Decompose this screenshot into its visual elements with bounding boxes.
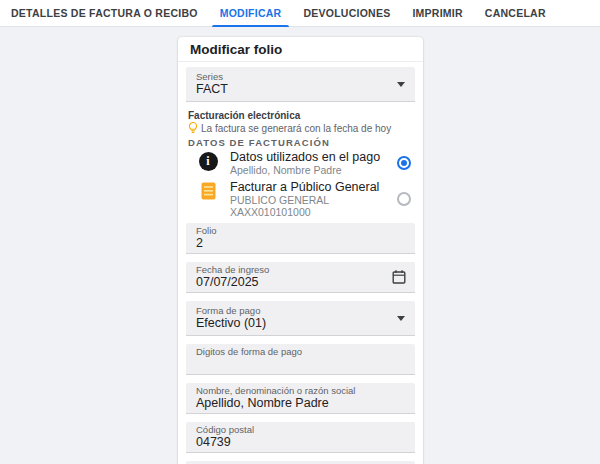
card-body: Series FACT Facturación electrónica La f… bbox=[178, 62, 423, 464]
tab-modificar[interactable]: MODIFICAR bbox=[209, 0, 293, 26]
section-datos-facturacion: DATOS DE FACTURACIÓN bbox=[188, 138, 413, 148]
tab-devoluciones[interactable]: DEVOLUCIONES bbox=[292, 0, 401, 26]
tab-bar: DETALLES DE FACTURA O RECIBO MODIFICAR D… bbox=[0, 0, 600, 27]
option-title: Datos utilizados en el pago bbox=[230, 150, 385, 164]
electronic-invoice-note: Facturación electrónica La factura se ge… bbox=[188, 110, 413, 134]
series-value: FACT bbox=[196, 82, 405, 96]
forma-pago-label: Forma de pago bbox=[196, 305, 405, 316]
modify-folio-card: Modificar folio Series FACT Facturación … bbox=[178, 37, 423, 464]
billing-option-datos-pago[interactable]: i Datos utilizados en el pago Apellido, … bbox=[186, 148, 415, 178]
digitos-value bbox=[196, 357, 405, 371]
lightbulb-icon bbox=[188, 122, 198, 134]
razon-social-value: Apellido, Nombre Padre bbox=[196, 396, 405, 410]
option-title: Facturar a Público General bbox=[230, 180, 385, 194]
digitos-label: Digitos de forma de pago bbox=[196, 346, 405, 357]
tab-imprimir[interactable]: IMPRIMIR bbox=[401, 0, 473, 26]
series-select[interactable]: Series FACT bbox=[186, 67, 415, 102]
note-title: Facturación electrónica bbox=[188, 110, 413, 121]
folio-value: 2 bbox=[196, 236, 405, 250]
option-subtitle: PUBLICO GENERAL bbox=[230, 194, 385, 206]
billing-option-publico-general[interactable]: Facturar a Público General PUBLICO GENER… bbox=[186, 178, 415, 220]
billing-options: i Datos utilizados en el pago Apellido, … bbox=[186, 148, 415, 220]
tab-detalles-factura[interactable]: DETALLES DE FACTURA O RECIBO bbox=[0, 0, 209, 26]
fecha-ingreso-field[interactable]: Fecha de ingreso 07/07/2025 bbox=[186, 262, 415, 293]
forma-pago-value: Efectivo (01) bbox=[196, 316, 405, 330]
radio-selected[interactable] bbox=[397, 156, 411, 170]
chevron-down-icon bbox=[397, 316, 405, 321]
fecha-ingreso-value: 07/07/2025 bbox=[196, 275, 405, 289]
note-text: La factura se generará con la fecha de h… bbox=[201, 123, 391, 134]
info-icon: i bbox=[199, 152, 218, 171]
option-rfc-generic: XAXX010101000 bbox=[230, 206, 385, 218]
codigo-postal-value: 04739 bbox=[196, 435, 405, 449]
codigo-postal-field[interactable]: Código postal 04739 bbox=[186, 422, 415, 453]
chevron-down-icon bbox=[397, 82, 405, 87]
digitos-forma-pago-field[interactable]: Digitos de forma de pago bbox=[186, 344, 415, 375]
option-subtitle: Apellido, Nombre Padre bbox=[230, 164, 385, 176]
document-icon bbox=[201, 182, 216, 200]
calendar-icon[interactable] bbox=[391, 269, 407, 285]
razon-social-label: Nombre, denominación o razón social bbox=[196, 385, 405, 396]
fecha-ingreso-label: Fecha de ingreso bbox=[196, 264, 405, 275]
forma-pago-select[interactable]: Forma de pago Efectivo (01) bbox=[186, 301, 415, 336]
folio-label: Folio bbox=[196, 225, 405, 236]
radio-unselected[interactable] bbox=[397, 192, 411, 206]
razon-social-field[interactable]: Nombre, denominación o razón social Apel… bbox=[186, 383, 415, 414]
folio-field[interactable]: Folio 2 bbox=[186, 223, 415, 254]
card-title: Modificar folio bbox=[178, 37, 423, 62]
series-label: Series bbox=[196, 71, 405, 82]
tab-cancelar[interactable]: CANCELAR bbox=[474, 0, 557, 26]
codigo-postal-label: Código postal bbox=[196, 424, 405, 435]
